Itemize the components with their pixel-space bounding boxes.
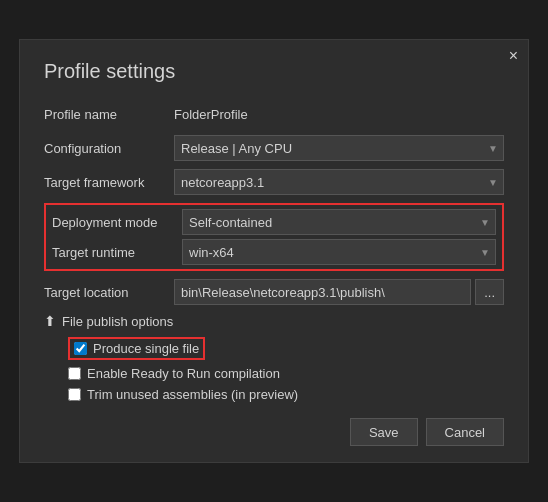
produce-single-file-highlight: Produce single file <box>68 337 205 360</box>
target-runtime-row: Target runtime win-x64 ▼ <box>52 239 496 265</box>
produce-single-file-label[interactable]: Produce single file <box>74 341 199 356</box>
target-location-input[interactable] <box>174 279 471 305</box>
target-framework-select[interactable]: netcoreapp3.1 <box>174 169 504 195</box>
deployment-mode-select-wrap: Self-contained ▼ <box>182 209 496 235</box>
produce-single-file-row: Produce single file <box>68 337 504 360</box>
profile-settings-dialog: × Profile settings Profile name FolderPr… <box>19 39 529 463</box>
file-publish-title: File publish options <box>62 314 173 329</box>
enable-ready-text: Enable Ready to Run compilation <box>87 366 280 381</box>
save-button[interactable]: Save <box>350 418 418 446</box>
enable-ready-row: Enable Ready to Run compilation <box>68 366 504 381</box>
target-framework-row: Target framework netcoreapp3.1 ▼ <box>44 169 504 195</box>
browse-button[interactable]: ... <box>475 279 504 305</box>
target-runtime-select[interactable]: win-x64 <box>182 239 496 265</box>
deployment-highlight-section: Deployment mode Self-contained ▼ Target … <box>44 203 504 271</box>
produce-single-file-checkbox[interactable] <box>74 342 87 355</box>
profile-name-label: Profile name <box>44 107 174 122</box>
expand-icon: ⬆ <box>44 313 56 329</box>
target-framework-label: Target framework <box>44 175 174 190</box>
trim-unused-text: Trim unused assemblies (in preview) <box>87 387 298 402</box>
target-runtime-label: Target runtime <box>52 245 182 260</box>
trim-unused-label[interactable]: Trim unused assemblies (in preview) <box>68 387 298 402</box>
target-runtime-select-wrap: win-x64 ▼ <box>182 239 496 265</box>
configuration-row: Configuration Release | Any CPU ▼ <box>44 135 504 161</box>
dialog-footer: Save Cancel <box>44 418 504 446</box>
target-location-label: Target location <box>44 285 174 300</box>
deployment-mode-label: Deployment mode <box>52 215 182 230</box>
enable-ready-label[interactable]: Enable Ready to Run compilation <box>68 366 280 381</box>
target-location-row: Target location ... <box>44 279 504 305</box>
enable-ready-checkbox[interactable] <box>68 367 81 380</box>
dialog-title: Profile settings <box>44 60 504 83</box>
deployment-mode-select[interactable]: Self-contained <box>182 209 496 235</box>
target-framework-select-wrap: netcoreapp3.1 ▼ <box>174 169 504 195</box>
configuration-select[interactable]: Release | Any CPU <box>174 135 504 161</box>
file-publish-section-header[interactable]: ⬆ File publish options <box>44 313 504 329</box>
close-button[interactable]: × <box>509 48 518 64</box>
configuration-label: Configuration <box>44 141 174 156</box>
checkbox-group: Produce single file Enable Ready to Run … <box>68 337 504 402</box>
configuration-select-wrap: Release | Any CPU ▼ <box>174 135 504 161</box>
trim-unused-checkbox[interactable] <box>68 388 81 401</box>
profile-name-row: Profile name FolderProfile <box>44 101 504 127</box>
trim-unused-row: Trim unused assemblies (in preview) <box>68 387 504 402</box>
cancel-button[interactable]: Cancel <box>426 418 504 446</box>
deployment-mode-row: Deployment mode Self-contained ▼ <box>52 209 496 235</box>
profile-name-value: FolderProfile <box>174 107 248 122</box>
produce-single-file-text: Produce single file <box>93 341 199 356</box>
